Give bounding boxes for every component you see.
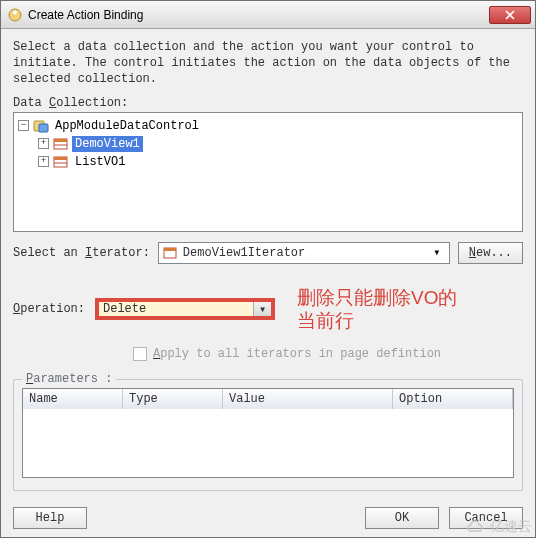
iterator-selected: DemoView1Iterator (183, 246, 429, 260)
svg-rect-3 (39, 124, 48, 132)
apply-all-row: Apply to all iterators in page defintion (133, 347, 523, 361)
svg-rect-11 (164, 248, 176, 251)
tree-node-demoview1[interactable]: + DemoView1 (16, 135, 520, 153)
svg-rect-5 (54, 139, 67, 142)
data-control-icon (33, 119, 49, 133)
row-operation: Operation: Delete ▾ 删除只能删除VO的 当前行 (13, 286, 523, 334)
ok-button[interactable]: OK (365, 507, 439, 529)
svg-rect-8 (54, 157, 67, 160)
tree-node-listvo1[interactable]: + ListVO1 (16, 153, 520, 171)
titlebar[interactable]: Create Action Binding (1, 1, 535, 29)
chevron-down-icon[interactable]: ▾ (253, 302, 271, 316)
watermark: 亿速云 (465, 518, 532, 536)
svg-point-1 (13, 10, 17, 14)
parameters-header-row: Name Type Value Option (23, 389, 513, 409)
apply-all-label: Apply to all iterators in page defintion (153, 347, 441, 361)
operation-selected: Delete (99, 302, 253, 316)
new-iterator-button[interactable]: New... (458, 242, 523, 264)
tree-root[interactable]: − AppModuleDataControl (16, 117, 520, 135)
dialog-content: Select a data collection and the action … (1, 29, 535, 537)
close-button[interactable] (489, 6, 531, 24)
col-type[interactable]: Type (123, 389, 223, 409)
iterator-select[interactable]: DemoView1Iterator ▾ (158, 242, 450, 264)
expand-icon[interactable]: + (38, 156, 49, 167)
col-option[interactable]: Option (393, 389, 513, 409)
col-name[interactable]: Name (23, 389, 123, 409)
parameters-table[interactable]: Name Type Value Option (22, 388, 514, 478)
collapse-icon[interactable]: − (18, 120, 29, 131)
data-collection-tree[interactable]: − AppModuleDataControl + (13, 112, 523, 232)
app-icon (7, 7, 23, 23)
help-button[interactable]: Help (13, 507, 87, 529)
chevron-down-icon[interactable]: ▾ (429, 245, 445, 261)
col-value[interactable]: Value (223, 389, 393, 409)
tree-node-label: DemoView1 (72, 136, 143, 152)
expand-icon[interactable]: + (38, 138, 49, 149)
dialog-title: Create Action Binding (28, 8, 489, 22)
annotation-text: 删除只能删除VO的 当前行 (297, 286, 457, 334)
data-collection-label: Data Collection: (13, 96, 523, 110)
row-iterator: Select an Iterator: DemoView1Iterator ▾ … (13, 242, 523, 264)
view-object-icon (53, 137, 69, 151)
iterator-label: Select an Iterator: (13, 246, 150, 260)
instruction-text: Select a data collection and the action … (13, 39, 523, 88)
cloud-icon (465, 520, 487, 534)
iterator-icon (163, 246, 179, 260)
dialog-footer: Help OK Cancel (13, 497, 523, 529)
tree-node-label: ListVO1 (72, 154, 128, 170)
tree-root-label: AppModuleDataControl (52, 118, 202, 134)
dialog-window: Create Action Binding Select a data coll… (0, 0, 536, 538)
parameters-group: Parameters : Name Type Value Option (13, 379, 523, 491)
view-object-icon (53, 155, 69, 169)
operation-select[interactable]: Delete ▾ (95, 298, 275, 320)
operation-label: Operation: (13, 302, 85, 316)
parameters-title: Parameters : (22, 372, 116, 386)
apply-all-checkbox (133, 347, 147, 361)
